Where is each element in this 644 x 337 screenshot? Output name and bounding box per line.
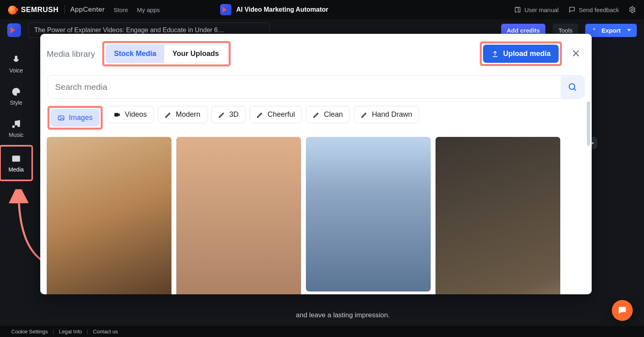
topnav: Store My apps <box>114 6 167 13</box>
search-button[interactable] <box>561 76 584 98</box>
filter-3d[interactable]: 3D <box>211 106 246 123</box>
project-title-text: The Power of Explainer Videos: Engage an… <box>34 27 224 34</box>
filter-clean[interactable]: Clean <box>306 106 350 123</box>
annotation-highlight-media: Media <box>0 145 33 181</box>
media-library-modal: Media library Stock Media Your Uploads U… <box>40 34 592 294</box>
pencil-icon <box>218 111 225 118</box>
upload-media-label: Upload media <box>503 50 551 58</box>
svg-point-8 <box>569 84 575 89</box>
filter-images[interactable]: Images <box>51 109 99 126</box>
filter-handdrawn-label: Hand Drawn <box>372 110 412 119</box>
annotation-highlight-tabs: Stock Media Your Uploads <box>102 41 231 66</box>
topbar: SEMRUSH AppCenter Store My apps AI Video… <box>0 0 644 19</box>
sidebar-media-label: Media <box>8 166 24 173</box>
filter-videos[interactable]: Videos <box>107 106 154 123</box>
editor-sidebar: Voice Style Music Media <box>0 41 32 326</box>
palette-icon <box>11 87 21 97</box>
filter-videos-label: Videos <box>125 110 147 119</box>
tab-your-uploads[interactable]: Your Uploads <box>164 45 227 63</box>
topbar-right: User manual Send feedback <box>514 6 636 13</box>
app-logo-icon <box>220 4 231 15</box>
svg-point-10 <box>60 117 61 118</box>
footer-legal-info[interactable]: Legal Info <box>59 329 82 335</box>
filter-3d-label: 3D <box>229 110 239 119</box>
user-manual-link[interactable]: User manual <box>514 6 559 13</box>
video-icon <box>114 111 121 118</box>
media-thumbnail[interactable] <box>176 137 301 294</box>
gear-icon <box>629 6 636 13</box>
image-icon <box>58 114 65 122</box>
brand[interactable]: SEMRUSH AppCenter <box>8 5 105 14</box>
upload-media-button[interactable]: Upload media <box>483 45 559 63</box>
media-thumbnail[interactable] <box>47 137 171 294</box>
media-search <box>47 75 584 99</box>
filter-modern[interactable]: Modern <box>158 106 207 123</box>
sidebar-music-label: Music <box>9 132 24 138</box>
sidebar-style-label: Style <box>10 99 22 106</box>
nav-my-apps[interactable]: My apps <box>137 6 160 13</box>
current-app-chip[interactable]: AI Video Marketing Automator <box>220 4 328 15</box>
svg-point-7 <box>14 157 15 158</box>
brand-label: SEMRUSH <box>21 6 59 14</box>
media-source-tabs: Stock Media Your Uploads <box>105 44 227 63</box>
footer-cookie-settings[interactable]: Cookie Settings <box>11 329 48 335</box>
slide-caption-fragment: and leave a lasting impression. <box>296 311 390 319</box>
book-icon <box>514 6 521 13</box>
brand-separator <box>64 5 65 14</box>
filter-cheerful-label: Cheerful <box>268 110 295 119</box>
microphone-icon <box>11 54 21 65</box>
sidebar-item-style[interactable]: Style <box>2 81 31 112</box>
search-input[interactable] <box>48 76 561 98</box>
chat-bubble-icon <box>617 305 627 316</box>
filter-images-label: Images <box>69 114 93 122</box>
sidebar-voice-label: Voice <box>9 67 23 74</box>
footer-contact-us[interactable]: Contact us <box>93 329 118 335</box>
sidebar-item-music[interactable]: Music <box>2 113 31 144</box>
upload-icon <box>491 50 499 58</box>
nav-store[interactable]: Store <box>114 6 128 13</box>
svg-point-4 <box>17 89 18 91</box>
sidebar-item-media[interactable]: Media <box>2 147 31 179</box>
svg-point-5 <box>18 91 19 92</box>
help-chat-button[interactable] <box>612 300 633 321</box>
send-feedback-link[interactable]: Send feedback <box>568 6 619 13</box>
app-logo-icon <box>7 23 21 37</box>
filter-hand-drawn[interactable]: Hand Drawn <box>354 106 419 123</box>
svg-rect-11 <box>114 113 118 116</box>
media-thumbnail[interactable] <box>436 137 560 294</box>
chevron-down-icon <box>627 29 631 31</box>
settings-link[interactable] <box>629 6 636 13</box>
pencil-icon <box>313 111 320 118</box>
media-filters: Images Videos Modern 3D Cheerful Cle <box>47 106 584 130</box>
export-label: Export <box>601 27 621 34</box>
filter-cheerful[interactable]: Cheerful <box>250 106 302 123</box>
media-thumbnail[interactable] <box>306 137 431 292</box>
modal-title: Media library <box>47 49 95 59</box>
music-note-icon <box>11 119 21 129</box>
image-icon <box>11 153 21 164</box>
svg-point-3 <box>15 89 16 91</box>
pencil-icon <box>256 111 264 118</box>
export-button[interactable]: Export <box>585 24 637 37</box>
sparkle-icon <box>591 27 597 33</box>
send-feedback-label: Send feedback <box>579 6 619 13</box>
close-modal-button[interactable]: ✕ <box>569 47 583 61</box>
media-grid <box>47 137 585 294</box>
current-app-name: AI Video Marketing Automator <box>236 6 328 13</box>
appcenter-label: AppCenter <box>70 6 105 14</box>
user-manual-label: User manual <box>524 6 559 13</box>
svg-point-0 <box>632 9 634 11</box>
modal-body: Images Videos Modern 3D Cheerful Cle <box>40 74 592 294</box>
svg-point-2 <box>14 91 15 92</box>
pencil-icon <box>165 111 172 118</box>
scrollbar-thumb[interactable] <box>587 101 590 146</box>
filter-modern-label: Modern <box>176 110 200 119</box>
modal-header: Media library Stock Media Your Uploads U… <box>40 34 592 74</box>
semrush-logo-icon <box>8 6 17 14</box>
svg-rect-9 <box>58 116 64 120</box>
sidebar-item-voice[interactable]: Voice <box>2 48 31 80</box>
search-icon <box>568 82 577 92</box>
tab-stock-media[interactable]: Stock Media <box>106 45 164 63</box>
chat-icon <box>568 6 576 13</box>
pencil-icon <box>361 111 368 118</box>
